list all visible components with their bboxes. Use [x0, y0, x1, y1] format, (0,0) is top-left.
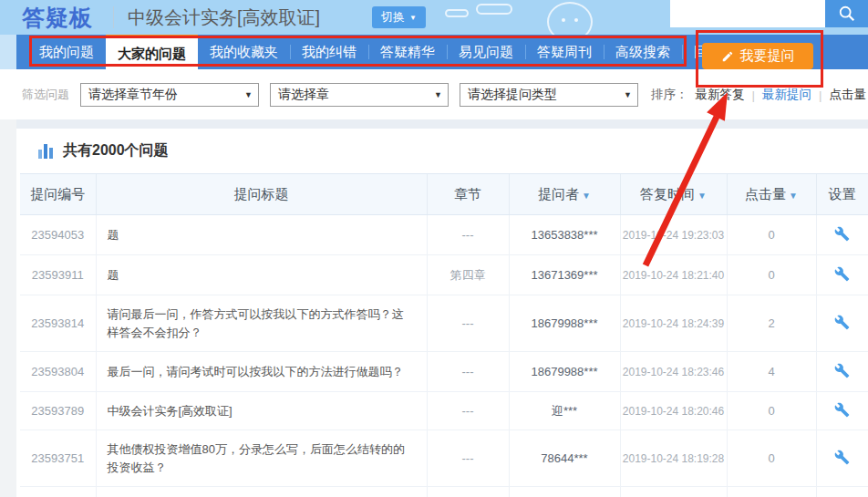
cell-asker: 13671369*** [509, 255, 620, 295]
filter-select[interactable]: 请选择章节年份▼ [80, 83, 259, 107]
filter-row: 筛选问题 请选择章节年份▼请选择章▼请选择提问类型▼ [22, 83, 642, 107]
settings-wrench-icon[interactable] [834, 226, 850, 242]
chevron-down-icon: ▼ [409, 14, 417, 22]
cell-empty [427, 487, 509, 497]
column-header-label: 章节 [454, 186, 481, 202]
ask-question-label: 我要提问 [740, 47, 795, 65]
filter-select-value: 请选择提问类型 [468, 87, 557, 103]
sort-caret-icon[interactable]: ▼ [582, 191, 591, 201]
column-header: 章节 [427, 174, 509, 215]
cell-empty [96, 487, 427, 497]
settings-wrench-icon[interactable] [834, 450, 850, 465]
table-row: 23593751其他债权投资增值80万，分录怎么写，后面怎么结转的的投资收益？-… [20, 430, 868, 487]
table-row: 23593911题第四章13671369***2019-10-24 18:21:… [20, 255, 868, 295]
nav-tab[interactable]: 我的纠错 [290, 35, 368, 69]
column-header-label: 设置 [829, 186, 856, 202]
course-title: 中级会计实务[高效取证] [128, 0, 320, 35]
cell-reply-time: 2019-10-24 19:23:03 [620, 215, 727, 255]
cell-question-id: 23594053 [20, 215, 96, 255]
switch-course-label: 切换 [381, 9, 405, 26]
sort-caret-icon[interactable]: ▼ [789, 191, 798, 201]
cell-question-title[interactable]: 最后一问，请问考试时可以按我以下的方法进行做题吗？ [96, 352, 427, 392]
search-icon [838, 5, 856, 23]
cell-question-title[interactable]: 其他债权投资增值80万，分录怎么写，后面怎么结转的的投资收益？ [96, 430, 427, 487]
section-gap [16, 119, 868, 129]
chevron-down-icon: ▼ [434, 90, 442, 99]
cloud-doodle [445, 9, 469, 17]
cell-asker: 78644*** [509, 430, 620, 487]
cell-empty [620, 487, 727, 497]
column-header-label: 提问编号 [30, 186, 85, 202]
search-input[interactable] [670, 0, 825, 27]
sort-caret-icon[interactable]: ▼ [698, 191, 707, 201]
cell-chapter: --- [427, 215, 509, 255]
settings-wrench-icon[interactable] [834, 363, 850, 378]
cell-empty [816, 487, 868, 497]
cell-reply-time: 2019-10-24 18:20:46 [620, 392, 727, 430]
cell-reply-time: 2019-10-24 18:24:39 [620, 295, 727, 352]
column-header[interactable]: 答复时间▼ [620, 174, 727, 215]
cell-clicks: 0 [727, 215, 816, 255]
nav-tab[interactable]: 答疑精华 [368, 35, 447, 69]
cell-chapter: 第四章 [427, 255, 509, 295]
table-row-partial [20, 487, 868, 497]
cell-reply-time: 2019-10-24 18:23:46 [620, 352, 727, 392]
bar-chart-icon [38, 143, 54, 159]
chevron-down-icon: ▼ [244, 90, 253, 99]
settings-wrench-icon[interactable] [834, 266, 850, 282]
cell-asker: 迎*** [509, 392, 620, 430]
switch-course-button[interactable]: 切换 ▼ [372, 6, 426, 28]
column-header: 设置 [816, 174, 868, 215]
cell-question-id: 23593911 [20, 255, 96, 295]
nav-tab[interactable]: 我的收藏夹 [198, 35, 290, 69]
cell-question-title[interactable]: 中级会计实务[高效取证] [96, 392, 427, 430]
cell-asker: 18679988*** [509, 295, 620, 352]
cell-settings [816, 392, 868, 430]
cell-question-title[interactable]: 题 [96, 255, 427, 295]
sort-separator: | [819, 88, 822, 102]
cell-clicks: 0 [727, 255, 816, 295]
cell-chapter: --- [427, 392, 509, 430]
column-header[interactable]: 提问者▼ [509, 174, 620, 215]
sort-option[interactable]: 最新提问 [762, 87, 811, 103]
ask-question-button[interactable]: 我要提问 [702, 43, 813, 69]
filter-select[interactable]: 请选择章▼ [270, 83, 449, 107]
cell-settings [816, 430, 868, 487]
logo-divider [113, 6, 114, 28]
filter-selects: 请选择章节年份▼请选择章▼请选择提问类型▼ [73, 83, 642, 107]
nav-tab[interactable]: 高级搜索 [604, 35, 682, 69]
chevron-down-icon: ▼ [624, 90, 632, 99]
table-row: 23593789中级会计实务[高效取证]---迎***2019-10-24 18… [20, 392, 868, 430]
filter-select-value: 请选择章节年份 [88, 87, 178, 103]
cell-question-title[interactable]: 请问最后一问，作答方式可以按我以下的方式作答吗？这样答会不会扣分？ [96, 295, 427, 352]
table-row: 23593804最后一问，请问考试时可以按我以下的方法进行做题吗？---1867… [20, 352, 868, 392]
sort-row: 排序： 最新答复|最新提问|点击量 [651, 83, 866, 107]
sort-option[interactable]: 最新答复 [695, 87, 744, 103]
cell-clicks: 0 [727, 392, 816, 430]
cell-question-id: 23593804 [20, 352, 96, 392]
nav-tab[interactable]: 答疑周刊 [525, 35, 604, 69]
nav-tab[interactable]: 易见问题 [447, 35, 525, 69]
filter-select[interactable]: 请选择提问类型▼ [460, 83, 638, 107]
cell-clicks: 0 [727, 430, 816, 487]
table-row: 23594053题---13653838***2019-10-24 19:23:… [20, 215, 868, 255]
table-header-row: 提问编号提问标题章节提问者▼答复时间▼点击量▼设置 [20, 174, 868, 215]
cell-question-id: 23593789 [20, 392, 96, 430]
sort-option[interactable]: 点击量 [830, 87, 867, 103]
cell-question-title[interactable]: 题 [96, 215, 427, 255]
nav-tab[interactable]: 我的问题 [27, 35, 106, 69]
settings-wrench-icon[interactable] [834, 402, 850, 418]
column-header-label: 答复时间 [640, 186, 695, 202]
cell-chapter: --- [427, 295, 509, 352]
search-button[interactable] [825, 0, 868, 27]
sort-label: 排序： [651, 87, 688, 103]
settings-wrench-icon[interactable] [834, 315, 850, 330]
mascot-eye [562, 18, 565, 22]
cell-empty [727, 487, 816, 497]
filter-band: 筛选问题 请选择章节年份▼请选择章▼请选择提问类型▼ 排序： 最新答复|最新提问… [16, 69, 868, 119]
column-header[interactable]: 点击量▼ [727, 174, 816, 215]
nav-tab[interactable]: 大家的问题 [106, 35, 198, 69]
column-header: 提问标题 [96, 174, 427, 215]
column-header: 提问编号 [20, 174, 96, 215]
cell-question-id: 23593751 [20, 430, 96, 487]
